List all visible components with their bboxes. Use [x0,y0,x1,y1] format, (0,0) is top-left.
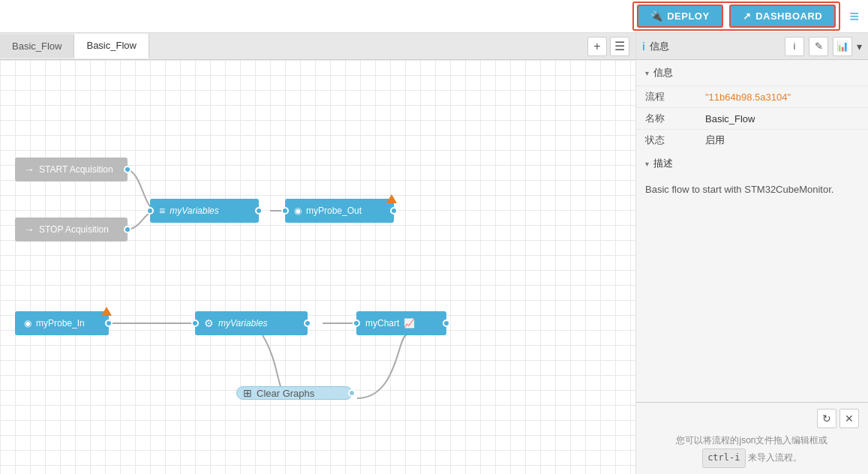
panel-dropdown-arrow[interactable]: ▾ [857,40,862,52]
deploy-icon: 🔌 [650,10,663,22]
dashboard-icon: ↗ [743,10,752,22]
info-label-name: 名称 [636,108,696,130]
close-button[interactable]: ✕ [839,409,859,428]
menu-icon[interactable]: ≡ [849,7,859,26]
myvariables1-label: myVariables [170,206,219,216]
myprobein-label: myProbe_In [36,318,85,328]
bottom-panel-actions: ↻ ✕ [645,409,859,428]
node-myvariables-1[interactable]: ≡ myVariables [150,199,259,223]
panel-chart-button[interactable]: 📊 [833,37,852,56]
start-label: START Acquisition [39,164,113,175]
left-panel: Basic_Flow Basic_Flow + ☰ [0,33,635,474]
info-row-name: 名称 Basic_Flow [636,108,868,130]
myprobeout-icon: ◉ [294,206,302,216]
myprobein-warn [101,307,112,316]
cleargraphs-label: Clear Graphs [257,388,314,399]
deploy-button[interactable]: 🔌 DEPLOY [637,4,723,28]
start-right-port[interactable] [124,166,131,173]
node-myprobe-out[interactable]: ◉ myProbe_Out [285,199,394,223]
info-value-flow: "11b64b98.5a3104" [696,86,868,108]
myprobein-icon: ◉ [24,318,32,328]
info-label-flow: 流程 [636,86,696,108]
shortcut-hint: ctrl-i [702,448,745,468]
info-subsection-header[interactable]: ▾ 信息 [636,60,868,86]
tab-basic-flow-1[interactable]: Basic_Flow [0,34,74,58]
connections-svg [0,60,635,474]
desc-text: Basic flow to start with STM32CubeMonito… [636,176,868,204]
myvariables2-left-port[interactable] [191,320,199,327]
node-clear-graphs[interactable]: ⊞ Clear Graphs [236,386,353,400]
bottom-hint-text: 您可以将流程的json文件拖入编辑框或 ctrl-i 来导入流程。 [645,433,859,468]
info-subsection-title: 信息 [653,66,673,80]
refresh-button[interactable]: ↻ [817,409,836,428]
myvariables1-icon: ≡ [159,205,165,217]
info-row-status: 状态 启用 [636,130,868,152]
topbar-actions-border: 🔌 DEPLOY ↗ DASHBOARD [632,2,840,31]
add-tab-button[interactable]: + [587,37,607,56]
node-myvariables-2[interactable]: ⚙ myVariables [195,311,308,335]
info-icon: i [642,40,645,52]
dashboard-button[interactable]: ↗ DASHBOARD [729,4,836,28]
stop-label: STOP Acquisition [39,224,109,235]
info-label-status: 状态 [636,130,696,152]
cleargraphs-icon: ⊞ [243,387,252,399]
info-value-status: 启用 [696,130,868,152]
desc-chevron: ▾ [645,160,649,168]
topbar: 🔌 DEPLOY ↗ DASHBOARD ≡ [0,0,868,33]
myvariables2-label: myVariables [218,318,268,328]
info-row-flow: 流程 "11b64b98.5a3104" [636,86,868,108]
info-table: 流程 "11b64b98.5a3104" 名称 Basic_Flow 状态 启用 [636,86,868,151]
myvariables2-icon: ⚙ [204,317,214,329]
cleargraphs-right-port[interactable] [348,389,356,397]
stop-icon: → [24,224,35,236]
start-icon: → [24,164,35,176]
myvariables1-right-port[interactable] [255,207,263,214]
desc-subsection-title: 描述 [653,157,673,170]
myprobein-right-port[interactable] [105,320,113,327]
desc-subsection-header[interactable]: ▾ 描述 [636,151,868,176]
myprobeout-left-port[interactable] [281,207,289,214]
info-value-name: Basic_Flow [696,108,868,130]
bottom-panel: ↻ ✕ 您可以将流程的json文件拖入编辑框或 ctrl-i 来导入流程。 [636,402,868,474]
node-start-acquisition[interactable]: → START Acquisition [15,158,128,182]
myprobeout-warn [386,194,397,203]
mychart-icon: 📈 [404,318,415,328]
myprobeout-label: myProbe_Out [306,206,362,216]
node-stop-acquisition[interactable]: → STOP Acquisition [15,218,128,242]
node-mychart[interactable]: myChart 📈 [356,311,446,335]
list-tabs-button[interactable]: ☰ [610,37,629,56]
myvariables1-left-port[interactable] [146,207,154,214]
tab-bar: Basic_Flow Basic_Flow + ☰ [0,33,635,60]
stop-right-port[interactable] [124,226,131,233]
myvariables2-right-port[interactable] [304,320,311,327]
right-panel-header: i 信息 i ✎ 📊 ▾ [636,33,868,60]
node-myprobein[interactable]: ◉ myProbe_In [15,311,109,335]
right-panel-title: 信息 [650,40,780,53]
info-chevron: ▾ [645,69,649,77]
mychart-label: myChart [365,318,399,328]
deploy-label: DEPLOY [667,10,709,22]
myprobeout-right-port[interactable] [390,207,398,214]
info-section: ▾ 信息 流程 "11b64b98.5a3104" 名称 Basic_Flow … [636,60,868,402]
panel-info-button[interactable]: i [785,37,804,56]
right-panel: i 信息 i ✎ 📊 ▾ ▾ 信息 流程 "11b64b98.5a3104" 名… [635,33,868,474]
tab-basic-flow-2[interactable]: Basic_Flow [74,34,149,58]
canvas-area[interactable]: → START Acquisition → STOP Acquisition ≡… [0,60,635,474]
tab-actions: + ☰ [587,37,635,56]
panel-edit-button[interactable]: ✎ [809,37,828,56]
main-layout: Basic_Flow Basic_Flow + ☰ [0,33,868,474]
mychart-left-port[interactable] [353,320,360,327]
dashboard-label: DASHBOARD [755,10,822,22]
mychart-right-port[interactable] [443,320,450,327]
